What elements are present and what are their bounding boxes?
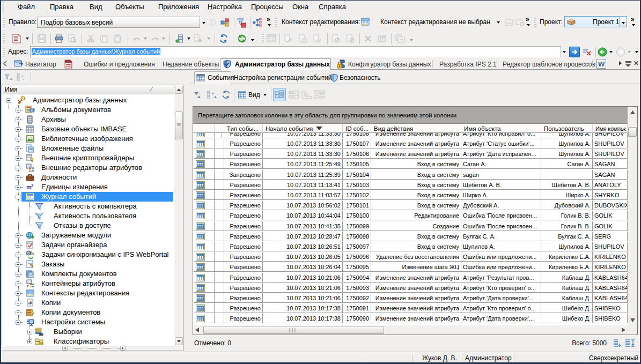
svg-text:2: 2: [31, 184, 33, 188]
